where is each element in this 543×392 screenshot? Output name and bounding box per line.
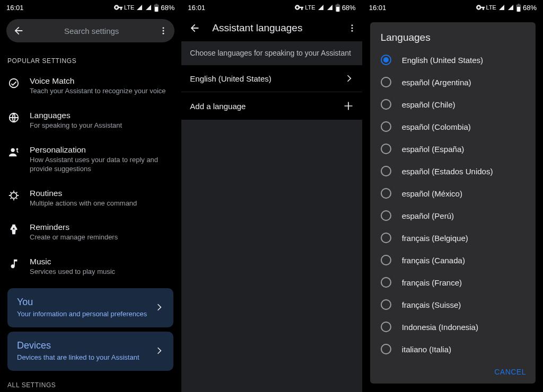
search-settings-bar[interactable]: Search settings <box>6 19 174 42</box>
network-label: LTE <box>486 4 496 11</box>
language-option-label: français (Suisse) <box>402 300 461 309</box>
language-option[interactable]: français (Canada) <box>370 249 536 271</box>
language-option[interactable]: español (Argentina) <box>370 71 536 93</box>
svg-point-10 <box>351 30 353 32</box>
you-card-title: You <box>17 297 149 308</box>
current-language-label: English (United States) <box>190 74 271 83</box>
language-option[interactable]: français (Belgique) <box>370 227 536 249</box>
back-arrow-icon[interactable] <box>13 25 24 37</box>
svg-point-1 <box>163 30 164 32</box>
app-bar: Assistant languages <box>181 15 362 41</box>
radio-icon <box>381 121 391 132</box>
language-option-label: español (Chile) <box>402 100 456 109</box>
svg-point-8 <box>351 24 353 26</box>
language-option[interactable]: español (Estados Unidos) <box>370 160 536 182</box>
you-card[interactable]: You Your information and personal prefer… <box>7 288 173 327</box>
language-option-label: español (España) <box>402 145 465 154</box>
language-option-label: español (México) <box>402 189 462 198</box>
you-card-subtitle: Your information and personal preference… <box>17 310 149 318</box>
language-option-label: español (Estados Unidos) <box>402 167 493 176</box>
battery-icon <box>516 4 521 12</box>
music-icon <box>7 257 20 270</box>
vpn-key-icon <box>476 5 485 10</box>
status-time: 16:01 <box>188 4 205 12</box>
language-option[interactable]: français (Suisse) <box>370 293 536 316</box>
signal-2-icon <box>326 4 334 11</box>
setting-item-languages[interactable]: LanguagesFor speaking to your Assistant <box>0 103 181 138</box>
reminders-icon <box>7 222 20 235</box>
radio-icon <box>381 144 391 154</box>
status-bar: 16:01 LTE 68% <box>363 0 543 15</box>
radio-icon <box>381 299 391 310</box>
setting-title: Reminders <box>30 222 173 232</box>
setting-item-voice-match[interactable]: Voice MatchTeach your Assistant to recog… <box>0 69 181 103</box>
language-option[interactable]: español (Perú) <box>370 204 536 227</box>
setting-subtitle: Services used to play music <box>30 268 173 277</box>
devices-card-subtitle: Devices that are linked to your Assistan… <box>17 353 149 361</box>
language-option-label: français (France) <box>402 278 462 287</box>
language-option[interactable]: English (United States) <box>370 49 536 71</box>
language-option[interactable]: español (España) <box>370 138 536 160</box>
setting-subtitle: Multiple actions with one command <box>30 199 173 208</box>
all-section-label: ALL SETTINGS <box>0 375 181 392</box>
status-bar: 16:01 LTE 68% <box>181 0 362 15</box>
language-option[interactable]: français (France) <box>370 271 536 293</box>
language-option-label: italiano (Italia) <box>402 345 451 354</box>
language-option[interactable]: español (Colombia) <box>370 115 536 138</box>
language-option[interactable]: italiano (Italia) <box>370 338 536 360</box>
voice-match-icon <box>7 76 20 89</box>
setting-item-personalization[interactable]: PersonalizationHow Assistant uses your d… <box>0 138 181 181</box>
setting-item-music[interactable]: MusicServices used to play music <box>0 250 181 284</box>
radio-icon <box>381 277 391 288</box>
back-arrow-icon[interactable] <box>189 22 200 34</box>
status-right: LTE 68% <box>114 4 174 12</box>
radio-icon <box>381 77 391 87</box>
add-language-row[interactable]: Add a language <box>181 92 362 120</box>
language-option[interactable]: español (Chile) <box>370 93 536 115</box>
status-right: LTE 68% <box>295 4 355 12</box>
search-placeholder: Search settings <box>31 26 152 35</box>
battery-icon <box>335 4 340 12</box>
battery-pct: 68% <box>523 4 537 12</box>
routines-icon <box>7 189 20 201</box>
setting-item-reminders[interactable]: RemindersCreate or manage reminders <box>0 215 181 250</box>
cancel-button[interactable]: CANCEL <box>494 368 526 376</box>
language-dialog-panel: 16:01 LTE 68% C E A Languages English (U… <box>362 0 543 392</box>
signal-2-icon <box>145 4 152 11</box>
languages-dialog: Languages English (United States)español… <box>370 22 536 384</box>
page-title: Assistant languages <box>212 22 335 34</box>
language-option-label: français (Canada) <box>402 256 465 265</box>
current-language-row[interactable]: English (United States) <box>181 65 362 92</box>
setting-subtitle: Teach your Assistant to recognize your v… <box>30 87 173 96</box>
radio-icon <box>381 210 391 221</box>
signal-1-icon <box>317 4 325 11</box>
language-option-label: español (Perú) <box>402 211 454 220</box>
setting-title: Voice Match <box>30 76 173 86</box>
chevron-right-icon <box>154 346 164 355</box>
signal-2-icon <box>507 4 514 11</box>
radio-icon <box>381 233 391 243</box>
language-option-label: English (United States) <box>402 56 483 65</box>
language-option-label: Indonesia (Indonesia) <box>402 323 478 332</box>
more-vert-icon[interactable] <box>159 26 168 35</box>
assistant-languages-panel: 16:01 LTE 68% Assistant languages Choose… <box>181 0 362 392</box>
setting-item-routines[interactable]: RoutinesMultiple actions with one comman… <box>0 181 181 216</box>
language-option[interactable]: español (México) <box>370 182 536 204</box>
setting-title: Music <box>30 257 173 266</box>
setting-title: Languages <box>30 111 173 120</box>
setting-title: Routines <box>30 189 173 198</box>
svg-point-0 <box>163 27 164 29</box>
svg-point-3 <box>10 79 19 88</box>
more-vert-icon[interactable] <box>347 23 357 33</box>
radio-icon <box>381 99 391 110</box>
radio-icon <box>381 344 391 354</box>
language-option-label: español (Argentina) <box>402 78 471 87</box>
svg-point-5 <box>11 148 15 152</box>
devices-card[interactable]: Devices Devices that are linked to your … <box>7 332 173 371</box>
status-time: 16:01 <box>369 4 387 12</box>
language-option-label: français (Belgique) <box>402 234 468 243</box>
dialog-list: English (United States)español (Argentin… <box>370 49 536 362</box>
svg-point-7 <box>11 192 17 198</box>
language-option[interactable]: Indonesia (Indonesia) <box>370 316 536 338</box>
status-time: 16:01 <box>6 4 24 12</box>
